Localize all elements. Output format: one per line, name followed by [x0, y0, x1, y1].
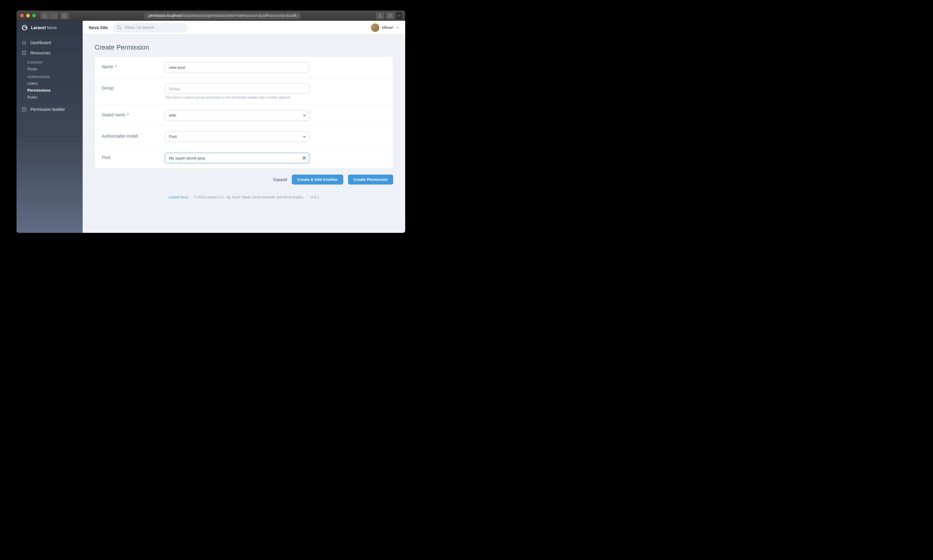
name-input[interactable]	[165, 62, 309, 72]
label-name: Name *	[102, 62, 165, 69]
sidebar-item-dashboard[interactable]: Dashboard	[17, 38, 83, 48]
svg-rect-8	[25, 108, 26, 109]
footer-copy: © 2019 Laravel LLC - By Taylor Otwell, D…	[194, 195, 304, 199]
topbar: Nova Site Mikael	[83, 21, 405, 35]
content: Create Permission Name * Group	[83, 35, 405, 211]
brand[interactable]: Laravel Nova	[17, 21, 83, 35]
chevron-down-icon	[396, 26, 399, 29]
model-select[interactable]: Post	[165, 132, 309, 142]
form-actions: Cancel Create & Add Another Create Permi…	[95, 169, 393, 191]
create-button[interactable]: Create Permission	[348, 175, 393, 185]
avatar	[371, 23, 379, 32]
browser-url-text: permission.localhost/nova/resources/perm…	[148, 14, 296, 18]
svg-rect-10	[25, 110, 26, 111]
svg-rect-9	[22, 110, 24, 111]
form-card: Name * Group This value is used to group…	[95, 57, 393, 169]
footer: Laravel Nova · © 2019 Laravel LLC - By T…	[95, 195, 393, 199]
label-group: Group	[102, 83, 165, 91]
browser-sidebar-button[interactable]	[60, 12, 69, 19]
clear-icon[interactable]	[302, 156, 306, 160]
browser-url-bar[interactable]: permission.localhost/nova/resources/perm…	[144, 12, 300, 19]
browser-titlebar: permission.localhost/nova/resources/perm…	[17, 11, 405, 21]
reload-icon[interactable]	[294, 14, 298, 17]
sidebar-item-permission-builder[interactable]: Permission builder	[17, 104, 83, 114]
svg-point-11	[117, 26, 120, 29]
sidebar-label-dashboard: Dashboard	[30, 40, 51, 45]
sidebar-item-posts[interactable]: Posts	[17, 66, 83, 72]
form-row-model: Authorizable model Post	[95, 126, 393, 148]
sidebar-item-resources[interactable]: Resources	[17, 48, 83, 58]
sidebar-group-permissions: PERMISSIONS	[17, 72, 83, 80]
close-window-button[interactable]	[20, 14, 24, 17]
svg-rect-4	[25, 51, 26, 52]
form-row-guard: Guard name * web	[95, 105, 393, 126]
search-input[interactable]	[125, 25, 184, 30]
group-input[interactable]	[165, 83, 309, 94]
footer-version: v2.6.1	[310, 195, 319, 199]
svg-rect-2	[388, 15, 391, 17]
home-icon	[22, 40, 27, 45]
search-icon	[117, 25, 122, 30]
main: Nova Site Mikael Create Permission	[83, 21, 405, 233]
sidebar-item-users[interactable]: Users	[17, 80, 83, 87]
form-row-group: Group This value is used to group permis…	[95, 78, 393, 105]
browser-back-button[interactable]	[41, 12, 49, 19]
sidebar-item-roles[interactable]: Roles	[17, 94, 83, 101]
browser-forward-button[interactable]	[49, 12, 58, 19]
browser-newtab-button[interactable]: +	[396, 12, 402, 19]
group-help: This value is used to group permission i…	[165, 95, 309, 99]
maximize-window-button[interactable]	[32, 14, 36, 17]
sidebar-label-permission-builder: Permission builder	[30, 107, 65, 112]
sidebar-label-resources: Resources	[30, 51, 51, 55]
browser-share-button[interactable]	[376, 12, 384, 19]
svg-rect-5	[22, 54, 24, 55]
svg-rect-0	[63, 14, 66, 17]
grid-icon	[22, 107, 27, 112]
sidebar: Laravel Nova Dashboard Resources CONTENT…	[17, 21, 83, 233]
page-title: Create Permission	[95, 43, 393, 51]
user-menu[interactable]: Mikael	[371, 23, 399, 32]
guard-select[interactable]: web	[165, 110, 309, 120]
site-name: Nova Site	[89, 25, 108, 30]
label-post: Post	[102, 153, 165, 160]
footer-link[interactable]: Laravel Nova	[169, 195, 188, 199]
sidebar-item-permissions[interactable]: Permissions	[17, 87, 83, 94]
grid-icon	[22, 50, 27, 55]
brand-logo-icon	[22, 24, 28, 31]
svg-rect-3	[22, 51, 24, 52]
cancel-button[interactable]: Cancel	[273, 177, 287, 182]
search-box[interactable]	[113, 23, 188, 32]
svg-rect-6	[25, 54, 26, 55]
app-viewport: Laravel Nova Dashboard Resources CONTENT…	[17, 21, 405, 233]
create-add-another-button[interactable]: Create & Add Another	[292, 175, 343, 185]
sidebar-group-content: CONTENT	[17, 58, 83, 66]
label-model: Authorizable model	[102, 132, 165, 138]
user-name: Mikael	[382, 25, 393, 30]
post-combo-input[interactable]	[165, 153, 309, 163]
browser-tabs-button[interactable]	[386, 12, 394, 19]
form-row-post: Post	[95, 148, 393, 169]
svg-rect-7	[22, 108, 24, 109]
window-controls	[20, 14, 36, 17]
form-row-name: Name *	[95, 57, 393, 78]
label-guard: Guard name *	[102, 110, 165, 117]
brand-text: Laravel Nova	[31, 25, 57, 30]
browser-window: permission.localhost/nova/resources/perm…	[17, 11, 405, 233]
svg-line-12	[120, 28, 121, 29]
minimize-window-button[interactable]	[26, 14, 30, 17]
